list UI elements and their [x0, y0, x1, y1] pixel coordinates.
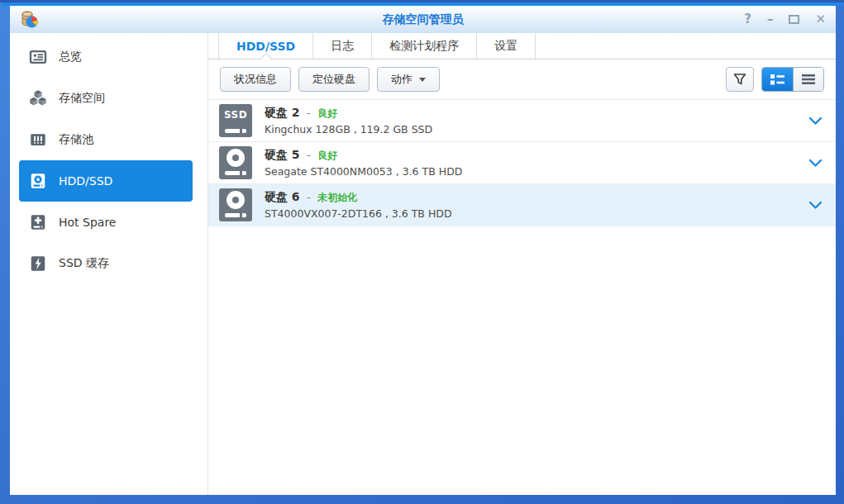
simple-list-view-button[interactable] — [793, 68, 823, 91]
view-toggle-group — [761, 67, 824, 92]
sidebar-item-overview[interactable]: 总览 — [19, 36, 193, 78]
simple-list-view-icon — [802, 74, 815, 84]
sidebar-item-label: 存储空间 — [59, 91, 105, 106]
chevron-down-icon[interactable] — [808, 116, 823, 126]
sidebar-item-storage-volume[interactable]: 存储空间 — [19, 78, 193, 119]
sidebar-item-label: SSD 缓存 — [59, 256, 109, 271]
main-content: HDD/SSD 日志 检测计划程序 设置 状况信息 定位硬盘 — [208, 33, 836, 495]
caret-down-icon — [419, 78, 426, 82]
storage-volume-cubes-icon — [29, 89, 47, 107]
hdd-drive-icon — [219, 188, 252, 221]
drive-detail: Seagate ST4000NM0053 , 3.6 TB HDD — [265, 165, 462, 178]
drive-name: 硬盘 2 — [265, 106, 300, 119]
close-icon[interactable]: ✕ — [815, 13, 826, 26]
sidebar: 总览 存储空间 — [10, 33, 208, 495]
hdd-drive-icon — [29, 172, 47, 190]
filter-button[interactable] — [726, 67, 754, 92]
chevron-down-icon[interactable] — [808, 159, 823, 168]
detail-list-view-button[interactable] — [762, 68, 793, 91]
app-window: 存储空间管理员 ? – ✕ 总览 — [0, 0, 844, 504]
drive-status: 未初始化 — [317, 192, 357, 203]
filter-funnel-icon — [733, 73, 746, 86]
drive-row-disk2[interactable]: SSD 硬盘 2 - 良好 Kingchux 128GB , 119.2 GB … — [208, 100, 836, 142]
ssd-drive-icon: SSD — [219, 104, 252, 137]
drive-detail: Kingchux 128GB , 119.2 GB SSD — [265, 123, 432, 136]
help-icon[interactable]: ? — [744, 13, 751, 26]
locate-drive-button[interactable]: 定位硬盘 — [298, 67, 370, 92]
sidebar-item-ssd-cache[interactable]: SSD 缓存 — [19, 243, 193, 284]
sidebar-item-label: 总览 — [59, 50, 82, 64]
tab-hdd-ssd[interactable]: HDD/SSD — [218, 33, 313, 59]
sidebar-item-label: Hot Spare — [59, 216, 116, 229]
health-info-button[interactable]: 状况信息 — [220, 67, 291, 92]
chevron-down-icon[interactable] — [808, 201, 823, 210]
tab-settings[interactable]: 设置 — [477, 33, 536, 59]
hdd-drive-icon — [219, 146, 252, 179]
hot-spare-icon — [29, 213, 47, 231]
detail-list-view-icon — [770, 74, 784, 85]
drive-list: SSD 硬盘 2 - 良好 Kingchux 128GB , 119.2 GB … — [208, 100, 836, 495]
sidebar-item-label: 存储池 — [59, 132, 93, 147]
toolbar: 状况信息 定位硬盘 动作 — [208, 59, 836, 100]
titlebar: 存储空间管理员 ? – ✕ — [10, 6, 836, 33]
drive-name: 硬盘 5 — [265, 148, 300, 161]
sidebar-item-label: HDD/SSD — [59, 174, 112, 188]
tab-test-scheduler[interactable]: 检测计划程序 — [372, 33, 477, 59]
tab-log[interactable]: 日志 — [313, 33, 372, 59]
sidebar-item-hot-spare[interactable]: Hot Spare — [19, 202, 193, 243]
drive-row-disk5[interactable]: 硬盘 5 - 良好 Seagate ST4000NM0053 , 3.6 TB … — [208, 142, 836, 184]
window-title: 存储空间管理员 — [10, 12, 836, 27]
drive-status: 良好 — [317, 150, 337, 161]
sidebar-item-hdd-ssd[interactable]: HDD/SSD — [19, 160, 193, 202]
sidebar-item-storage-pool[interactable]: 存储池 — [19, 119, 193, 160]
drive-name: 硬盘 6 — [265, 190, 300, 203]
minimize-icon[interactable]: – — [767, 13, 774, 26]
drive-detail: ST4000VX007-2DT166 , 3.6 TB HDD — [265, 207, 452, 220]
drive-status: 良好 — [317, 107, 337, 119]
tab-bar: HDD/SSD 日志 检测计划程序 设置 — [208, 33, 836, 59]
action-dropdown-button[interactable]: 动作 — [377, 67, 440, 92]
storage-pool-icon — [29, 131, 47, 149]
maximize-icon[interactable] — [789, 15, 799, 24]
storage-manager-app-icon — [20, 10, 40, 30]
ssd-cache-lightning-icon — [29, 254, 47, 273]
overview-icon — [29, 48, 47, 66]
drive-row-disk6[interactable]: 硬盘 6 - 未初始化 ST4000VX007-2DT166 , 3.6 TB … — [208, 184, 836, 226]
